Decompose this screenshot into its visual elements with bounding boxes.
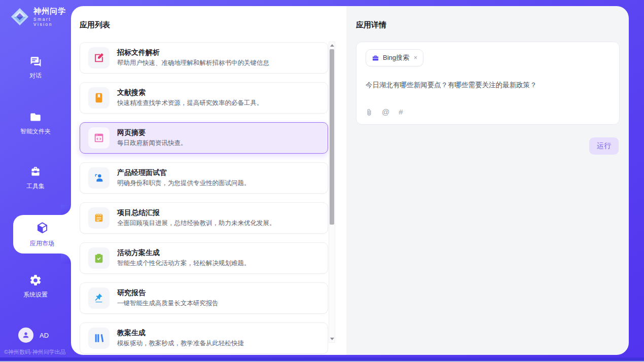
sidebar: 神州问学 Smart Vision 对话 智能文件夹 工具集	[0, 0, 71, 362]
sidebar-item-chat[interactable]: 对话	[0, 55, 71, 80]
book-icon	[88, 87, 110, 108]
avatar	[18, 328, 33, 343]
briefcase-icon	[372, 54, 379, 62]
tool-tag-label: Bing搜索	[383, 53, 409, 62]
app-list-panel: 应用列表 招标文件解析 帮助用户快速、准确地理解和解析招标书中的关键信息 文献搜…	[71, 6, 346, 355]
app-card-list: 招标文件解析 帮助用户快速、准确地理解和解析招标书中的关键信息 文献搜索 快速精…	[80, 42, 328, 355]
folder-icon	[29, 111, 42, 124]
app-card-title: 文献搜索	[117, 88, 263, 97]
cube-icon	[35, 221, 49, 237]
interviewer-icon	[88, 167, 110, 189]
app-card-3[interactable]: 网页摘要 每日政府新闻资讯快查。	[80, 122, 328, 154]
app-card-1[interactable]: 招标文件解析 帮助用户快速、准确地理解和解析招标书中的关键信息	[80, 42, 328, 74]
brand-subtitle: Smart Vision	[33, 17, 71, 27]
app-card-title: 招标文件解析	[117, 48, 269, 57]
user-account[interactable]: AD	[18, 328, 49, 343]
brand-name: 神州问学	[33, 7, 71, 16]
active-pill-curve-top	[61, 205, 71, 215]
main-content: 应用列表 招标文件解析 帮助用户快速、准确地理解和解析招标书中的关键信息 文献搜…	[71, 6, 629, 355]
sidebar-item-toolset[interactable]: 工具集	[0, 165, 71, 191]
close-icon[interactable]: ×	[414, 54, 417, 61]
app-card-description: 每日政府新闻资讯快查。	[117, 139, 187, 148]
sidebar-item-label: 工具集	[26, 182, 45, 191]
clipboard-check-icon	[88, 247, 110, 269]
app-card-8[interactable]: 教案生成 模板驱动，教案秒成，教学准备从此轻松快捷	[80, 322, 328, 354]
app-card-title: 活动方案生成	[117, 248, 251, 258]
sidebar-item-label: 应用市场	[30, 239, 54, 248]
attachment-toolbar: @ #	[366, 107, 610, 117]
books-icon	[88, 328, 110, 349]
app-card-description: 一键智能生成高质量长文本研究报告	[117, 299, 219, 308]
tool-tag-bing-search[interactable]: Bing搜索 ×	[366, 49, 423, 66]
app-card-description: 快速精准查找学术资源，提高研究效率的必备工具。	[117, 99, 263, 107]
gear-icon	[29, 274, 42, 287]
app-card-7[interactable]: 研究报告 一键智能生成高质量长文本研究报告	[80, 282, 328, 314]
scroll-up-arrow-icon[interactable]	[330, 44, 334, 47]
app-card-description: 智能生成个性化活动方案，轻松解决规划难题。	[117, 259, 251, 268]
bottom-bar	[0, 357, 644, 361]
notepad-icon	[88, 207, 110, 229]
paperclip-icon[interactable]	[366, 108, 373, 116]
sidebar-item-settings[interactable]: 系统设置	[0, 274, 71, 299]
sidebar-item-smart-folder[interactable]: 智能文件夹	[0, 111, 71, 136]
app-card-title: 产品经理面试官	[117, 168, 251, 177]
app-card-title: 教案生成	[117, 329, 244, 338]
toolbox-icon	[29, 165, 42, 178]
sidebar-item-label: 对话	[29, 71, 42, 80]
app-list-title: 应用列表	[80, 20, 110, 30]
app-card-2[interactable]: 文献搜索 快速精准查找学术资源，提高研究效率的必备工具。	[80, 82, 328, 114]
app-card-4[interactable]: 产品经理面试官 明确身份和职责，为您提供专业性的面试问题。	[80, 162, 328, 194]
app-card-6[interactable]: 活动方案生成 智能生成个性化活动方案，轻松解决规划难题。	[80, 242, 328, 274]
active-pill-curve-bottom	[61, 254, 71, 264]
gem-logo-icon	[10, 7, 29, 26]
list-scrollbar[interactable]	[329, 42, 335, 343]
scroll-down-arrow-icon[interactable]	[330, 338, 334, 340]
app-card-description: 帮助用户快速、准确地理解和解析招标书中的关键信息	[117, 59, 269, 67]
user-initials: AD	[40, 332, 49, 339]
browser-code-icon	[88, 127, 110, 149]
app-detail-title: 应用详情	[356, 20, 386, 30]
prompt-editor-card: Bing搜索 × 今日湖北有哪些新闻要点？有哪些需要关注的最新政策？ @ #	[356, 42, 620, 125]
app-card-title: 研究报告	[117, 288, 219, 298]
research-icon	[88, 287, 110, 309]
app-card-title: 网页摘要	[117, 128, 187, 137]
run-row: 运行	[589, 137, 619, 155]
sidebar-item-label: 智能文件夹	[20, 127, 51, 136]
sidebar-item-app-market[interactable]: 应用市场	[13, 215, 71, 254]
chat-icon	[29, 55, 42, 68]
hash-icon[interactable]: #	[399, 107, 403, 116]
brand-logo: 神州问学 Smart Vision	[10, 7, 71, 27]
app-detail-panel: 应用详情 Bing搜索 × 今日湖北有哪些新闻要点？有哪些需要关注的最新政策？ …	[346, 6, 629, 355]
app-card-title: 项目总结汇报	[117, 208, 276, 218]
prompt-input[interactable]: 今日湖北有哪些新闻要点？有哪些需要关注的最新政策？	[366, 80, 610, 107]
app-card-description: 明确身份和职责，为您提供专业性的面试问题。	[117, 179, 251, 188]
sidebar-item-label: 系统设置	[23, 291, 48, 299]
at-icon[interactable]: @	[382, 107, 389, 116]
scrollbar-thumb[interactable]	[330, 49, 334, 225]
copyright-footer: ©神州数码·神州问学出品	[4, 348, 66, 356]
person-icon	[21, 331, 30, 340]
run-button[interactable]: 运行	[589, 137, 619, 155]
edit-square-icon	[88, 47, 110, 68]
app-card-5[interactable]: 项目总结汇报 全面回顾项目进展，总结经验教训，助力未来优化发展。	[80, 202, 328, 234]
app-card-description: 模板驱动，教案秒成，教学准备从此轻松快捷	[117, 339, 244, 348]
app-card-description: 全面回顾项目进展，总结经验教训，助力未来优化发展。	[117, 219, 276, 228]
